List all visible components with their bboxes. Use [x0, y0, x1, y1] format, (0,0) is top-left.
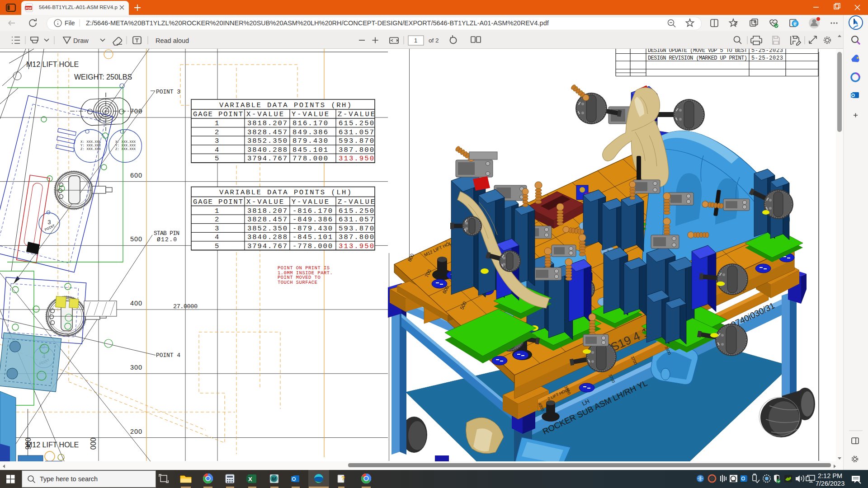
svg-text:Type here to search: Type here to search: [40, 475, 98, 483]
svg-text:X: X: [248, 476, 252, 483]
svg-text:PDF: PDF: [26, 7, 33, 10]
svg-text:Draw: Draw: [73, 37, 89, 44]
svg-text:Z:/5646-META%20BT1YLZL%20ROCKE: Z:/5646-META%20BT1YLZL%20ROCKER%20INNER%…: [86, 19, 549, 27]
svg-text:7/26/2023: 7/26/2023: [816, 480, 845, 487]
svg-text:M: M: [272, 476, 276, 482]
svg-text:Read aloud: Read aloud: [156, 37, 189, 44]
svg-text:?: ?: [341, 475, 345, 482]
svg-text:1: 1: [414, 37, 417, 44]
svg-text:2:12 PM: 2:12 PM: [818, 472, 842, 479]
svg-text:of 2: of 2: [429, 37, 439, 44]
svg-text:File: File: [65, 19, 75, 27]
svg-text:e: e: [793, 21, 797, 27]
